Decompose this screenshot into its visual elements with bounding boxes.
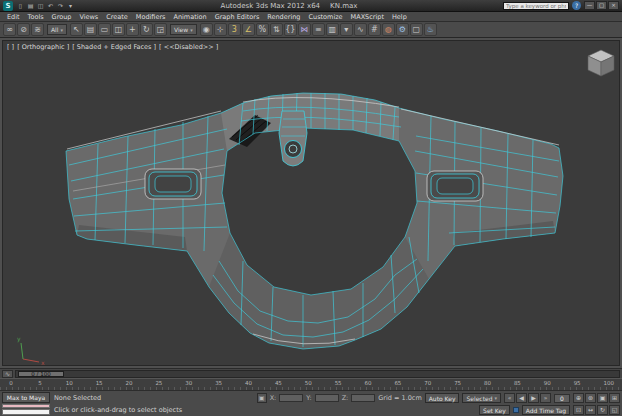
menu-item-group[interactable]: Group	[48, 13, 76, 21]
render-setup-button[interactable]: ⚙	[396, 23, 409, 36]
select-and-move-button[interactable]: +	[126, 23, 139, 36]
minimize-button[interactable]: —	[584, 1, 595, 10]
zoom-all-button[interactable]: ⊛	[585, 393, 596, 403]
coord-z-field[interactable]	[351, 394, 375, 402]
select-by-name-button[interactable]: ▤	[84, 23, 97, 36]
select-object-button[interactable]: ↖	[70, 23, 83, 36]
menu-item-rendering[interactable]: Rendering	[263, 13, 304, 21]
app-title-text: Autodesk 3ds Max 2012 x64	[221, 2, 320, 10]
close-button[interactable]: ×	[608, 1, 619, 10]
add-time-tag-button[interactable]: Add Time Tag	[522, 405, 570, 415]
menu-item-graph-editors[interactable]: Graph Editors	[211, 13, 264, 21]
select-and-link-button[interactable]: ∞	[3, 23, 16, 36]
zoom-extents-all-button[interactable]: ⊞	[609, 393, 620, 403]
workspace-dropdown-icon[interactable]: ▾	[66, 1, 75, 10]
application-menu-button[interactable]: S	[3, 1, 13, 11]
auto-key-toggle[interactable]: Auto Key	[425, 393, 460, 403]
application-window: S ▯▤◫↶↷▾ Autodesk 3ds Max 2012 x64 KN.ma…	[0, 0, 622, 416]
menu-item-edit[interactable]: Edit	[3, 13, 24, 21]
chevron-down-icon: ▾	[190, 27, 193, 33]
align-button[interactable]: ≡	[312, 23, 325, 36]
graphite-ribbon-toggle[interactable]: ▾	[340, 23, 353, 36]
go-to-end-button[interactable]: »	[540, 393, 551, 403]
viewcube[interactable]	[588, 50, 614, 76]
svg-text:y: y	[17, 335, 21, 343]
macro-recorder-field[interactable]	[2, 404, 50, 408]
time-slider-track[interactable]: 0 / 100	[15, 370, 620, 378]
layer-manager-button[interactable]: ▥	[326, 23, 339, 36]
play-button[interactable]: ▶	[528, 393, 539, 403]
frame-tick-80: 80	[484, 380, 491, 386]
current-frame-field[interactable]: 0	[554, 394, 570, 403]
menu-item-views[interactable]: Views	[75, 13, 102, 21]
window-crossing-toggle[interactable]: ◫	[112, 23, 125, 36]
material-editor-button[interactable]: ◍	[382, 23, 395, 36]
curve-editor-button[interactable]: ∿	[354, 23, 367, 36]
named-selection-sets-button[interactable]: {}	[284, 23, 297, 36]
help-icon[interactable]: ?	[572, 1, 581, 10]
selection-filter-dropdown[interactable]: All ▾	[47, 24, 67, 35]
title-bar: S ▯▤◫↶↷▾ Autodesk 3ds Max 2012 x64 KN.ma…	[0, 0, 622, 12]
zoom-region-button[interactable]: ⊡	[573, 405, 584, 415]
bind-to-space-warp-button[interactable]: ≋	[31, 23, 44, 36]
menu-item-help[interactable]: Help	[388, 13, 411, 21]
track-bar[interactable]: 0510152025303540455055606570758085909510…	[0, 378, 622, 390]
rectangular-selection-region-button[interactable]: ▭	[98, 23, 111, 36]
viewport-menu-extra[interactable]: [ <<Disabled>> ]	[159, 43, 218, 51]
viewport-menu-pov[interactable]: [ Orthographic ]	[17, 43, 69, 51]
render-production-button[interactable]: ♨	[424, 23, 437, 36]
frame-tick-45: 45	[275, 380, 282, 386]
reference-coordinate-dropdown[interactable]: View ▾	[170, 24, 197, 35]
select-and-scale-button[interactable]: ◲	[154, 23, 167, 36]
menu-item-tools[interactable]: Tools	[24, 13, 48, 21]
viewport-menu-general[interactable]: [ ]	[7, 43, 14, 51]
key-mode-dropdown[interactable]: Selected ▾	[462, 393, 501, 403]
frame-tick-55: 55	[335, 380, 342, 386]
zoom-extents-button[interactable]: ▣	[597, 393, 608, 403]
menu-item-customize[interactable]: Customize	[304, 13, 346, 21]
menu-item-maxscript[interactable]: MAXScript	[347, 13, 388, 21]
coord-y-field[interactable]	[315, 394, 339, 402]
infocenter-search-input[interactable]	[503, 2, 569, 10]
angle-snap-toggle[interactable]: ∠	[242, 23, 255, 36]
menu-item-animation[interactable]: Animation	[170, 13, 211, 21]
viewport-menu-shading[interactable]: [ Shaded + Edged Faces ]	[72, 43, 156, 51]
mirror-button[interactable]: ⋈	[298, 23, 311, 36]
use-pivot-center-button[interactable]: ◉	[200, 23, 213, 36]
snaps-toggle-button[interactable]: 3	[228, 23, 241, 36]
coord-x-field[interactable]	[279, 394, 303, 402]
mini-curve-editor-button[interactable]: ∿	[2, 370, 13, 378]
maxscript-mini-listener[interactable]	[2, 409, 50, 415]
time-slider-handle[interactable]: 0 / 100	[18, 371, 64, 377]
viewport-canvas[interactable]: [ ] [ Orthographic ] [ Shaded + Edged Fa…	[2, 40, 620, 366]
open-file-icon[interactable]: ▤	[26, 1, 35, 10]
menu-item-create[interactable]: Create	[102, 13, 132, 21]
maximize-viewport-toggle[interactable]: ◱	[609, 405, 620, 415]
max-to-maya-button[interactable]: Max to Maya	[2, 392, 50, 403]
selection-lock-toggle[interactable]: ▣	[257, 393, 267, 403]
frame-tick-70: 70	[424, 380, 431, 386]
save-file-icon[interactable]: ◫	[36, 1, 45, 10]
pan-button[interactable]: ↔	[585, 405, 596, 415]
set-key-button[interactable]: Set Key	[479, 405, 510, 415]
undo-icon[interactable]: ↶	[46, 1, 55, 10]
zoom-button[interactable]: ⊕	[573, 393, 584, 403]
new-file-icon[interactable]: ▯	[16, 1, 25, 10]
transport-controls: «◀▶»	[504, 393, 551, 403]
go-to-start-button[interactable]: «	[504, 393, 515, 403]
previous-frame-button[interactable]: ◀	[516, 393, 527, 403]
frame-tick-15: 15	[96, 380, 103, 386]
rendered-frame-window-button[interactable]: ▢	[410, 23, 423, 36]
spinner-snap-toggle[interactable]: ⇅	[270, 23, 283, 36]
maximize-button[interactable]: ▢	[596, 1, 607, 10]
orbit-button[interactable]: ↻	[597, 405, 608, 415]
schematic-view-button[interactable]: #	[368, 23, 381, 36]
model-mesh-view[interactable]: x y	[3, 41, 620, 366]
percent-snap-toggle[interactable]: %	[256, 23, 269, 36]
redo-icon[interactable]: ↷	[56, 1, 65, 10]
unlink-selection-button[interactable]: ⊘	[17, 23, 30, 36]
menu-item-modifiers[interactable]: Modifiers	[132, 13, 170, 21]
model-shaded-body	[66, 93, 563, 349]
select-and-rotate-button[interactable]: ↻	[140, 23, 153, 36]
select-and-manipulate-button[interactable]: ⊹	[214, 23, 227, 36]
